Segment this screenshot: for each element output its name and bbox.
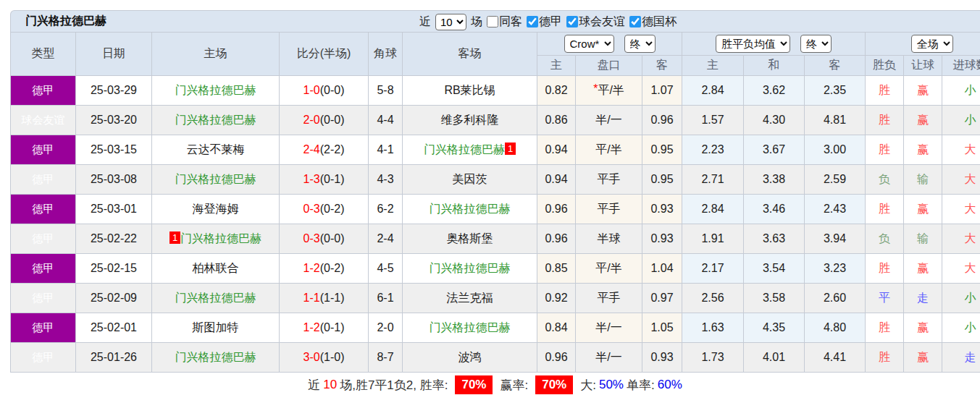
avg-home-cell: 1.73 [682,343,744,373]
col-header-date: 日期 [76,33,152,76]
odds-select-group: Crow* 终 [537,33,682,56]
odds-home-cell: 0.84 [537,313,576,343]
odds-away-cell: 0.97 [642,284,682,313]
avg-draw-cell: 4.01 [744,343,805,373]
title-bar: 门兴格拉德巴赫 近 10 场 同客 德甲 球会友谊 [10,10,980,32]
home-team-cell: 门兴格拉德巴赫 [152,343,280,373]
over-rate: 50% [599,378,624,392]
handicap-value: 平手 [598,203,621,215]
type-cell: 德甲 [11,313,76,343]
handicap-result-cell: 赢 [904,76,942,106]
home-team-name: 门兴格拉德巴赫 [175,84,256,96]
avg-home-cell: 1.91 [682,224,744,254]
summary-count: 10 [323,378,337,392]
away-team-cell: RB莱比锡 [403,76,537,106]
match-row: 德甲 25-03-15 云达不莱梅 2-4(2-2) 4-1 门兴格拉德巴赫1 … [11,135,980,165]
avg-away-cell: 2.59 [805,165,866,195]
filter-controls: 近 10 场 同客 德甲 球会友谊 德国杯 [419,11,677,33]
handicap-cell: 半球 [576,224,642,254]
type-cell: 德甲 [11,254,76,284]
recent-label: 近 [419,14,431,30]
avg-away-cell: 4.81 [805,106,866,135]
full-score: 1-0 [303,84,320,96]
avg-home-cell: 1.63 [682,313,744,343]
half-score: (2-2) [320,143,345,156]
date-cell: 25-02-15 [76,254,152,284]
handicap-value: 半/一 [595,321,621,334]
handicap-cell: 平手 [576,195,642,224]
away-team-name: 门兴格拉德巴赫 [424,143,505,156]
same-venue-checkbox[interactable] [487,16,498,27]
score-cell: 1-0(0-0) [280,76,369,106]
handicap-value: 平/半 [595,262,621,274]
match-row: 德甲 25-02-01 斯图加特 1-2(0-1) 2-0 门兴格拉德巴赫 0.… [11,313,980,343]
score-cell: 1-3(0-1) [280,165,369,195]
handicap-result-cell: 赢 [904,254,942,284]
sub-header-odds-home: 主 [537,56,576,76]
recent-count-select[interactable]: 10 [435,14,466,30]
single-rate: 60% [658,378,682,392]
odds-away-cell: 0.95 [642,135,682,165]
away-team-name: 门兴格拉德巴赫 [430,262,511,274]
away-team-cell: 门兴格拉德巴赫 [403,254,537,284]
score-cell: 1-1(1-1) [280,284,369,313]
full-score: 1-1 [303,292,320,304]
avg-draw-cell: 3.38 [744,165,805,195]
avg-draw-cell: 3.62 [744,76,805,106]
result-scope-select[interactable]: 全场 [911,35,953,53]
col-header-home: 主场 [152,33,280,76]
odds-home-cell: 0.96 [537,224,576,254]
full-score: 1-2 [303,321,320,334]
filter-club-friendly-checkbox[interactable] [566,16,578,27]
sub-header-odds-away: 客 [642,56,682,76]
matches-table: 类型 日期 主场 比分(半场) 角球 客场 Crow* 终 胜平负均值 [10,32,980,373]
odds-home-cell: 0.85 [537,254,576,284]
corners-cell: 4-3 [369,165,403,195]
avg-draw-cell: 3.46 [744,195,805,224]
filter-dfb-pokal-checkbox[interactable] [629,16,641,27]
corners-cell: 2-0 [369,313,403,343]
win-rate-badge: 70% [455,375,493,394]
sub-header-handicap: 盘口 [576,56,642,76]
avg-draw-cell: 4.35 [744,313,805,343]
score-cell: 0-3(0-2) [280,195,369,224]
handicap-result-cell: 赢 [904,343,942,373]
away-team-name: 法兰克福 [447,292,493,304]
type-cell: 德甲 [11,343,76,373]
handicap-win-rate-badge: 70% [535,375,573,394]
match-row: 德甲 25-02-15 柏林联合 1-2(0-2) 4-5 门兴格拉德巴赫 0.… [11,254,980,284]
sub-header-goals: 进球数 [942,56,980,76]
handicap-cell: 平手 [576,165,642,195]
avg-draw-cell: 3.67 [744,135,805,165]
odds-company-select[interactable]: Crow* [564,35,614,53]
home-team-cell: 门兴格拉德巴赫 [152,76,280,106]
filter-bundesliga-checkbox[interactable] [527,16,538,27]
match-row: 球会友谊 25-03-20 门兴格拉德巴赫 2-0(0-0) 4-4 维多利科隆… [11,106,980,135]
handicap-cell: 半/一 [576,106,642,135]
over-label: 大: [580,377,596,394]
odds-home-cell: 0.96 [537,195,576,224]
handicap-cell: 半/一 [576,313,642,343]
home-team-cell: 云达不莱梅 [152,135,280,165]
avg-odds-select[interactable]: 胜平负均值 [716,35,790,53]
summary-bar: 近10场,胜7平1负2, 胜率: 70% 赢率: 70% 大:50% 单率:60… [10,373,980,395]
away-team-cell: 奥格斯堡 [403,224,537,254]
date-cell: 25-03-15 [76,135,152,165]
avg-final-select[interactable]: 终 [800,35,832,53]
match-row: 德甲 25-03-08 门兴格拉德巴赫 1-3(0-1) 4-3 美因茨 0.9… [11,165,980,195]
score-cell: 3-0(1-0) [280,343,369,373]
avg-away-cell: 2.35 [805,76,866,106]
avg-away-cell: 3.00 [805,135,866,165]
score-cell: 1-2(0-1) [280,313,369,343]
goals-result-cell: 大 [942,165,980,195]
corners-cell: 5-8 [369,76,403,106]
odds-away-cell: 0.95 [642,165,682,195]
handicap-result-cell: 输 [904,165,942,195]
sub-header-avg-home: 主 [682,56,744,76]
home-team-cell: 斯图加特 [152,313,280,343]
wdl-result-cell: 胜 [866,254,904,284]
avg-draw-cell: 3.54 [744,254,805,284]
odds-final-select[interactable]: 终 [624,35,656,53]
filter-bundesliga-label: 德甲 [539,14,562,30]
odds-home-cell: 0.94 [537,165,576,195]
